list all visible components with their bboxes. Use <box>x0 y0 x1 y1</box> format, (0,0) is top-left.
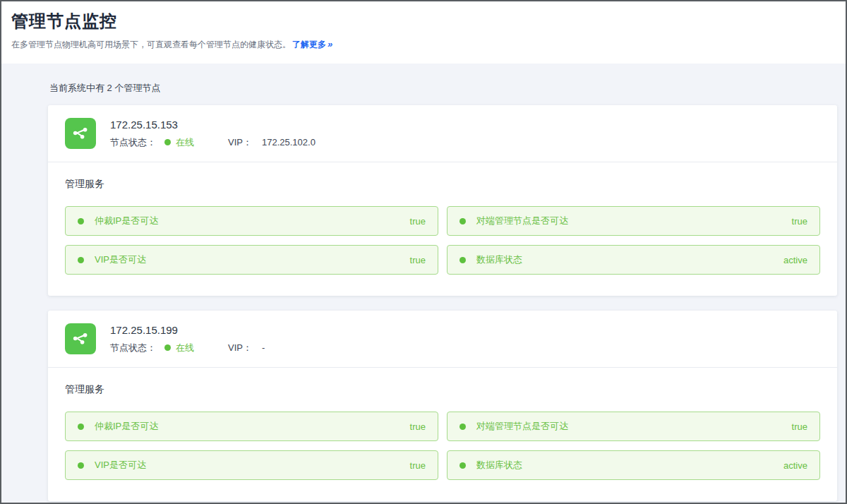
service-pill: 对端管理节点是否可达 true <box>447 206 820 236</box>
service-dot-icon <box>78 257 84 263</box>
vip-value: - <box>262 342 265 353</box>
service-dot-icon <box>78 218 84 224</box>
services-title: 管理服务 <box>65 178 820 191</box>
node-ip: 172.25.15.153 <box>110 119 316 131</box>
page-title: 管理节点监控 <box>11 10 834 32</box>
node-ip: 172.25.15.199 <box>110 324 265 336</box>
services-section: 管理服务 仲裁IP是否可达 true 对端管理节点是否可达 true VI <box>48 368 837 501</box>
services-title: 管理服务 <box>65 383 820 396</box>
double-chevron-icon: » <box>328 39 332 49</box>
service-value: true <box>410 216 426 227</box>
page-frame: 管理节点监控 在多管理节点物理机高可用场景下，可直观查看每个管理节点的健康状态。… <box>0 0 847 504</box>
service-label: 数据库状态 <box>476 253 783 266</box>
service-dot-icon <box>459 257 466 263</box>
service-dot-icon <box>459 462 466 469</box>
learn-more-link[interactable]: 了解更多 <box>292 40 326 49</box>
node-status-value: 在线 <box>176 342 194 354</box>
service-dot-icon <box>459 218 466 224</box>
service-value: true <box>410 255 426 265</box>
vip-value: 172.25.102.0 <box>262 137 316 148</box>
node-card: 172.25.15.199 节点状态： 在线 VIP： - 管理服务 <box>48 311 837 501</box>
node-meta: 节点状态： 在线 VIP： - <box>110 342 265 354</box>
node-meta: 节点状态： 在线 VIP： 172.25.102.0 <box>110 136 316 149</box>
topology-node-icon <box>65 118 96 149</box>
service-value: active <box>783 255 807 265</box>
service-label: VIP是否可达 <box>95 459 410 472</box>
service-dot-icon <box>78 424 84 430</box>
service-pill: 仲裁IP是否可达 true <box>65 412 438 441</box>
service-pill: 仲裁IP是否可达 true <box>65 206 438 236</box>
services-grid: 仲裁IP是否可达 true 对端管理节点是否可达 true VIP是否可达 tr… <box>65 412 820 480</box>
service-label: 数据库状态 <box>476 459 783 472</box>
service-pill: VIP是否可达 true <box>65 450 438 480</box>
services-section: 管理服务 仲裁IP是否可达 true 对端管理节点是否可达 true VI <box>48 162 837 296</box>
node-count-summary: 当前系统中有 2 个管理节点 <box>48 82 837 95</box>
vip-label: VIP： <box>228 136 252 149</box>
services-grid: 仲裁IP是否可达 true 对端管理节点是否可达 true VIP是否可达 tr… <box>65 206 820 275</box>
node-card-header: 172.25.15.153 节点状态： 在线 VIP： 172.25.102.0 <box>48 105 837 162</box>
node-head-text: 172.25.15.153 节点状态： 在线 VIP： 172.25.102.0 <box>110 119 316 149</box>
page-body: 当前系统中有 2 个管理节点 172.25.15.153 <box>1 64 846 501</box>
node-card-header: 172.25.15.199 节点状态： 在线 VIP： - <box>48 311 837 367</box>
service-dot-icon <box>78 462 84 469</box>
service-value: true <box>792 216 807 227</box>
service-value: true <box>410 421 426 432</box>
service-pill: 对端管理节点是否可达 true <box>447 412 820 441</box>
service-pill: 数据库状态 active <box>447 450 820 480</box>
service-pill: VIP是否可达 true <box>65 245 438 275</box>
service-label: 对端管理节点是否可达 <box>476 420 792 433</box>
topology-node-icon <box>65 323 96 354</box>
service-value: true <box>792 421 807 432</box>
page-header: 管理节点监控 在多管理节点物理机高可用场景下，可直观查看每个管理节点的健康状态。… <box>1 1 846 64</box>
service-label: 仲裁IP是否可达 <box>95 420 410 433</box>
status-dot-icon <box>164 139 171 145</box>
page-subtitle-text: 在多管理节点物理机高可用场景下，可直观查看每个管理节点的健康状态。 <box>11 40 291 49</box>
node-status-label: 节点状态： <box>110 342 156 354</box>
vip-label: VIP： <box>228 342 252 354</box>
node-card: 172.25.15.153 节点状态： 在线 VIP： 172.25.102.0… <box>48 105 837 296</box>
service-label: 对端管理节点是否可达 <box>476 215 792 227</box>
service-dot-icon <box>459 424 466 430</box>
service-value: true <box>410 460 426 471</box>
service-label: 仲裁IP是否可达 <box>95 215 410 227</box>
node-head-text: 172.25.15.199 节点状态： 在线 VIP： - <box>110 324 265 354</box>
node-status-label: 节点状态： <box>110 136 156 149</box>
status-dot-icon <box>164 344 171 351</box>
page-subtitle: 在多管理节点物理机高可用场景下，可直观查看每个管理节点的健康状态。了解更多» <box>11 39 834 51</box>
service-pill: 数据库状态 active <box>447 245 820 275</box>
service-value: active <box>783 460 807 471</box>
node-status-value: 在线 <box>176 136 194 149</box>
service-label: VIP是否可达 <box>95 253 410 266</box>
